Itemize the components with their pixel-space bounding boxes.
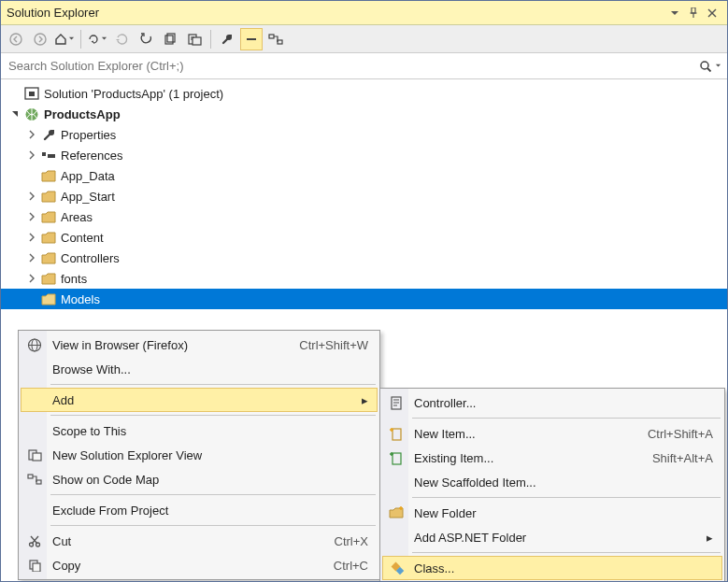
tree-item-properties[interactable]: Properties bbox=[1, 124, 727, 145]
menu-shortcut: Ctrl+C bbox=[334, 559, 368, 573]
references-icon bbox=[40, 148, 57, 163]
menu-item-label: Browse With... bbox=[52, 362, 368, 376]
expander-icon[interactable] bbox=[25, 231, 38, 244]
browser-icon bbox=[24, 333, 45, 357]
menu-new-folder[interactable]: New Folder bbox=[382, 501, 722, 525]
new-view-icon bbox=[24, 443, 45, 467]
svg-rect-30 bbox=[33, 453, 41, 461]
folder-icon bbox=[40, 250, 57, 265]
svg-rect-16 bbox=[278, 40, 282, 44]
expander-icon[interactable] bbox=[25, 210, 38, 223]
menu-aspnet-folder[interactable]: Add ASP.NET Folder ▸ bbox=[382, 525, 722, 549]
search-input[interactable] bbox=[7, 58, 699, 74]
folder-icon bbox=[40, 230, 57, 245]
back-button[interactable] bbox=[5, 28, 27, 50]
menu-item-label: Existing Item... bbox=[414, 451, 624, 465]
window-position-button[interactable] bbox=[665, 4, 684, 22]
menu-scope[interactable]: Scope to This bbox=[21, 419, 378, 443]
submenu-arrow-icon: ▸ bbox=[707, 531, 713, 545]
menu-exclude[interactable]: Exclude From Project bbox=[21, 498, 378, 522]
tree-item-appstart[interactable]: App_Start bbox=[1, 186, 727, 206]
code-map-button[interactable] bbox=[264, 28, 287, 50]
menu-shortcut: Ctrl+Shift+W bbox=[299, 338, 368, 352]
tree-item-label: References bbox=[61, 149, 122, 163]
svg-rect-7 bbox=[165, 35, 173, 44]
menu-view-in-browser[interactable]: View in Browser (Firefox) Ctrl+Shift+W bbox=[21, 333, 378, 357]
menu-item-label: View in Browser (Firefox) bbox=[52, 338, 271, 352]
expander-icon[interactable] bbox=[25, 190, 38, 203]
refresh-button[interactable] bbox=[110, 28, 133, 50]
expander-icon[interactable] bbox=[25, 149, 38, 162]
menu-add[interactable]: Add ▸ bbox=[21, 388, 378, 412]
folder-icon bbox=[40, 209, 57, 224]
menu-existing-item[interactable]: Existing Item... Shift+Alt+A bbox=[382, 446, 722, 470]
menu-codemap[interactable]: Show on Code Map bbox=[21, 467, 378, 491]
menu-cut[interactable]: Cut Ctrl+X bbox=[21, 529, 378, 553]
solution-icon bbox=[23, 86, 40, 101]
controller-icon bbox=[386, 390, 407, 415]
menu-new-view[interactable]: New Solution Explorer View bbox=[21, 443, 378, 467]
project-node[interactable]: ProductsApp bbox=[1, 104, 727, 124]
tree-item-content[interactable]: Content bbox=[1, 227, 727, 248]
expander-icon[interactable] bbox=[25, 128, 38, 141]
collapse-all-button[interactable] bbox=[135, 28, 157, 50]
svg-rect-38 bbox=[33, 563, 40, 572]
svg-rect-15 bbox=[269, 35, 274, 38]
svg-rect-43 bbox=[393, 429, 401, 440]
existing-item-icon bbox=[386, 446, 407, 470]
copy-icon bbox=[24, 553, 45, 577]
svg-line-23 bbox=[45, 134, 50, 139]
svg-rect-0 bbox=[692, 7, 695, 13]
properties-button[interactable] bbox=[216, 28, 238, 50]
svg-line-18 bbox=[707, 68, 711, 72]
expander-open-icon[interactable] bbox=[8, 107, 21, 121]
folder-icon bbox=[40, 189, 57, 204]
tree-item-label: Properties bbox=[61, 128, 116, 142]
tree-item-references[interactable]: References bbox=[1, 145, 727, 165]
menu-item-label: Class... bbox=[414, 561, 713, 575]
expander-icon[interactable] bbox=[25, 251, 38, 264]
menu-copy[interactable]: Copy Ctrl+C bbox=[21, 553, 378, 577]
preview-selected-button[interactable] bbox=[183, 28, 206, 50]
expander-icon[interactable] bbox=[25, 272, 38, 285]
tree-item-appdata[interactable]: App_Data bbox=[1, 165, 727, 186]
cut-icon bbox=[24, 529, 45, 553]
tree-item-fonts[interactable]: fonts bbox=[1, 268, 727, 289]
menu-item-label: Show on Code Map bbox=[52, 473, 368, 487]
pin-button[interactable] bbox=[684, 4, 703, 22]
solution-node[interactable]: Solution 'ProductsApp' (1 project) bbox=[1, 83, 727, 104]
menu-browse-with[interactable]: Browse With... bbox=[21, 357, 378, 381]
menu-new-item[interactable]: New Item... Ctrl+Shift+A bbox=[382, 421, 722, 446]
tree-item-label: App_Data bbox=[61, 169, 115, 183]
forward-button[interactable] bbox=[29, 28, 51, 50]
svg-point-36 bbox=[36, 543, 40, 547]
menu-item-label: New Folder bbox=[414, 506, 713, 520]
preview-button[interactable] bbox=[240, 28, 263, 50]
tree-item-controllers[interactable]: Controllers bbox=[1, 248, 727, 268]
svg-rect-31 bbox=[28, 475, 33, 478]
tree: Solution 'ProductsApp' (1 project) Produ… bbox=[1, 79, 727, 313]
show-all-files-button[interactable] bbox=[159, 28, 181, 50]
tree-item-areas[interactable]: Areas bbox=[1, 206, 727, 227]
menu-scaffold[interactable]: New Scaffolded Item... bbox=[382, 470, 722, 494]
search-row bbox=[1, 53, 727, 79]
svg-point-17 bbox=[701, 62, 708, 69]
menu-item-label: Exclude From Project bbox=[52, 504, 368, 518]
close-button[interactable] bbox=[703, 4, 721, 22]
menu-separator bbox=[412, 418, 721, 419]
svg-point-35 bbox=[30, 543, 34, 547]
sync-button[interactable] bbox=[86, 28, 108, 50]
menu-shortcut: Ctrl+X bbox=[335, 534, 368, 548]
search-button[interactable] bbox=[699, 60, 721, 73]
toolbar-separator bbox=[80, 30, 81, 49]
menu-separator bbox=[50, 525, 376, 526]
home-button[interactable] bbox=[53, 28, 76, 50]
menu-controller[interactable]: Controller... bbox=[382, 390, 722, 415]
menu-class[interactable]: Class... bbox=[382, 556, 722, 580]
svg-rect-8 bbox=[167, 34, 175, 42]
menu-separator bbox=[412, 497, 721, 498]
menu-shortcut: Shift+Alt+A bbox=[652, 451, 713, 465]
svg-rect-20 bbox=[29, 92, 35, 96]
svg-point-5 bbox=[10, 34, 21, 45]
tree-item-models[interactable]: Models bbox=[1, 289, 727, 309]
